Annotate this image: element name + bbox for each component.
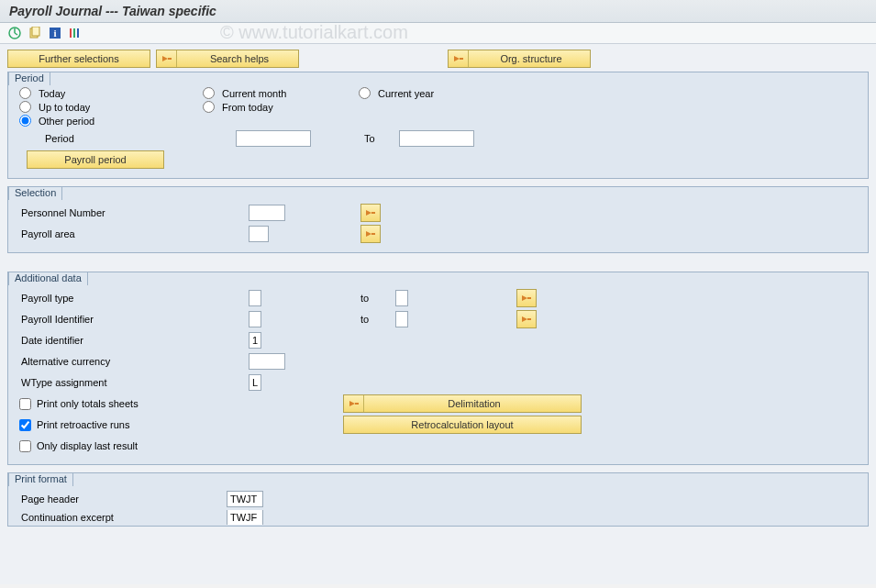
radio-from-today[interactable] xyxy=(203,101,215,113)
payroll-period-label: Payroll period xyxy=(64,154,126,165)
payroll-type-label: Payroll type xyxy=(17,293,249,304)
search-helps-label: Search helps xyxy=(181,53,298,64)
search-helps-button[interactable]: Search helps xyxy=(156,50,299,68)
print-format-group: Print format Page header Continuation ex… xyxy=(7,472,869,527)
payroll-area-input[interactable] xyxy=(249,226,269,242)
payroll-area-label: Payroll area xyxy=(17,228,249,239)
label-up-to-today: Up to today xyxy=(39,102,90,113)
only-last-result-label: Only display last result xyxy=(37,440,138,451)
period-to-label: To xyxy=(364,133,399,144)
arrow-right-icon xyxy=(344,395,364,412)
svg-marker-14 xyxy=(366,210,371,216)
radio-current-year[interactable] xyxy=(359,87,371,99)
payroll-type-to-input[interactable] xyxy=(395,290,408,306)
period-field-label: Period xyxy=(45,133,236,144)
period-group: Period Today Current month Current year … xyxy=(7,72,869,179)
label-current-month: Current month xyxy=(222,88,286,99)
personnel-multi-select-button[interactable] xyxy=(360,204,381,222)
svg-marker-20 xyxy=(522,316,527,322)
payroll-period-button[interactable]: Payroll period xyxy=(27,150,164,169)
svg-marker-10 xyxy=(162,56,168,61)
delimitation-label: Delimitation xyxy=(368,398,581,409)
window-title: Payroll Journal --- Taiwan specific xyxy=(0,0,876,23)
svg-text:i: i xyxy=(53,28,56,39)
payroll-identifier-label: Payroll Identifier xyxy=(17,314,249,325)
payroll-area-multi-select-button[interactable] xyxy=(360,225,381,243)
retrocalculation-layout-label: Retrocalculation layout xyxy=(411,419,513,430)
personnel-number-input[interactable] xyxy=(249,205,285,221)
period-from-input[interactable] xyxy=(236,130,311,147)
payroll-type-multi-select-button[interactable] xyxy=(516,289,537,307)
additional-data-group: Additional data Payroll type to Payroll … xyxy=(7,272,869,465)
execute-icon[interactable] xyxy=(7,26,22,40)
svg-line-2 xyxy=(15,33,17,35)
app-toolbar: i xyxy=(0,23,876,44)
period-to-input[interactable] xyxy=(399,130,474,147)
svg-rect-4 xyxy=(32,27,39,36)
date-identifier-input[interactable] xyxy=(249,332,261,349)
label-from-today: From today xyxy=(222,102,273,113)
delimitation-button[interactable]: Delimitation xyxy=(343,394,582,413)
further-selections-button[interactable]: Further selections xyxy=(7,50,150,68)
payroll-identifier-input[interactable] xyxy=(249,311,261,327)
arrow-right-icon xyxy=(449,50,469,67)
org-structure-label: Org. structure xyxy=(472,53,590,64)
continuation-excerpt-input[interactable] xyxy=(227,510,263,525)
print-totals-checkbox[interactable] xyxy=(19,398,31,410)
svg-marker-16 xyxy=(366,231,371,237)
wtype-assignment-label: WType assignment xyxy=(17,377,249,388)
org-structure-button[interactable]: Org. structure xyxy=(448,50,591,68)
page-header-input[interactable] xyxy=(227,491,263,507)
wtype-assignment-input[interactable] xyxy=(249,374,261,391)
layout-icon[interactable] xyxy=(68,26,83,40)
radio-current-month[interactable] xyxy=(203,87,215,99)
label-current-year: Current year xyxy=(378,88,434,99)
page-header-label: Page header xyxy=(17,494,227,505)
label-today: Today xyxy=(39,88,65,99)
payroll-identifier-to-input[interactable] xyxy=(395,311,408,327)
info-icon[interactable]: i xyxy=(48,26,62,40)
personnel-number-label: Personnel Number xyxy=(17,207,249,218)
only-last-result-checkbox[interactable] xyxy=(19,440,31,452)
continuation-excerpt-label: Continuation excerpt xyxy=(17,512,227,523)
variant-icon[interactable] xyxy=(28,26,42,40)
payroll-type-input[interactable] xyxy=(249,290,261,306)
payroll-type-to-label: to xyxy=(360,293,395,304)
additional-data-legend: Additional data xyxy=(8,272,88,285)
alt-currency-label: Alternative currency xyxy=(17,356,249,367)
svg-marker-22 xyxy=(349,401,355,406)
svg-marker-18 xyxy=(522,295,527,301)
print-retro-label: Print retroactive runs xyxy=(37,419,343,430)
radio-today[interactable] xyxy=(19,87,31,99)
svg-marker-12 xyxy=(454,56,460,61)
selection-legend: Selection xyxy=(8,186,62,200)
further-selections-label: Further selections xyxy=(39,53,118,64)
label-other-period: Other period xyxy=(39,116,94,127)
print-format-legend: Print format xyxy=(8,472,73,486)
payroll-identifier-multi-select-button[interactable] xyxy=(516,310,537,328)
print-retro-checkbox[interactable] xyxy=(19,419,31,431)
payroll-identifier-to-label: to xyxy=(360,314,395,325)
radio-up-to-today[interactable] xyxy=(19,101,31,113)
radio-other-period[interactable] xyxy=(19,115,31,127)
print-totals-label: Print only totals sheets xyxy=(37,398,343,409)
selection-group: Selection Personnel Number Payroll area xyxy=(7,186,869,253)
retrocalculation-layout-button[interactable]: Retrocalculation layout xyxy=(343,416,582,434)
alt-currency-input[interactable] xyxy=(249,353,285,370)
date-identifier-label: Date identifier xyxy=(17,335,249,346)
content-area: Further selections Search helps Org. str… xyxy=(0,44,876,584)
period-legend: Period xyxy=(8,72,50,85)
arrow-right-icon xyxy=(157,50,177,67)
